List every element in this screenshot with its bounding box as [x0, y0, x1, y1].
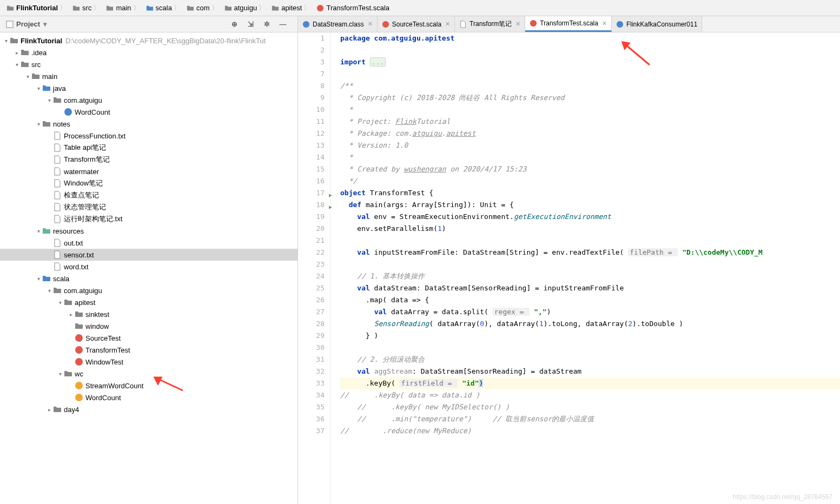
tree-file[interactable]: Window笔记 [0, 177, 297, 189]
code-area[interactable]: package com.atguigu.apitest import ... /… [330, 32, 840, 504]
gutter: 1237891011121314151617▶18▶19202122232425… [298, 32, 330, 504]
tree-root[interactable]: ▾FlinkTutorialD:\codeMy\CODY_MY_AFTER_KE… [0, 35, 297, 47]
tab-sourcetest[interactable]: SourceTest.scala✕ [378, 16, 455, 32]
tree-windowtest[interactable]: WindowTest [0, 356, 297, 368]
crumb[interactable]: atguigu〉 [222, 3, 270, 13]
expand-icon[interactable]: ⇲ [246, 19, 255, 29]
project-tree[interactable]: ▾FlinkTutorialD:\codeMy\CODY_MY_AFTER_KE… [0, 32, 298, 504]
tree-day4[interactable]: ▸day4 [0, 403, 297, 415]
tree-file[interactable]: 检查点笔记 [0, 189, 297, 201]
project-tool-window-header[interactable]: Project▾ ⊕ ⇲ ✲ — [0, 16, 298, 32]
tree-file[interactable]: watermater [0, 165, 297, 177]
toolbar-row: Project▾ ⊕ ⇲ ✲ — DataStream.class✕ Sourc… [0, 16, 840, 32]
crumb-root[interactable]: FlinkTutorial〉 [4, 3, 70, 13]
tree-main[interactable]: ▾main [0, 70, 297, 82]
crumb[interactable]: scala〉 [144, 3, 184, 13]
crumb[interactable]: main〉 [104, 3, 143, 13]
tree-wc[interactable]: ▾wc [0, 368, 297, 380]
tree-notes[interactable]: ▾notes [0, 118, 297, 130]
tree-file[interactable]: Transform笔记 [0, 154, 297, 165]
close-icon[interactable]: ✕ [445, 21, 450, 28]
tree-src[interactable]: ▾src [0, 58, 297, 70]
svg-rect-1 [6, 21, 13, 28]
tree-file[interactable]: ProcessFunction.txt [0, 130, 297, 142]
crumb[interactable]: com〉 [184, 3, 222, 13]
tree-file-sensor[interactable]: sensor.txt [0, 249, 297, 261]
tree-sourcetest[interactable]: SourceTest [0, 332, 297, 344]
close-icon[interactable]: ✕ [368, 21, 373, 28]
tree-file[interactable]: word.txt [0, 261, 297, 273]
tab-flinkkafka[interactable]: FlinkKafkaConsumer011 [612, 16, 702, 32]
tree-file[interactable]: 状态管理笔记 [0, 201, 297, 213]
locate-icon[interactable]: ⊕ [229, 19, 239, 29]
tree-streamwc[interactable]: StreamWordCount [0, 380, 297, 392]
editor-tabs: DataStream.class✕ SourceTest.scala✕ Tran… [298, 16, 840, 32]
tree-file[interactable]: Table api笔记 [0, 142, 297, 154]
tree-wordcount[interactable]: WordCount [0, 106, 297, 118]
tree-file[interactable]: out.txt [0, 237, 297, 249]
tab-transformtest[interactable]: TransformTest.scala✕ [525, 16, 612, 32]
tree-java[interactable]: ▾java [0, 82, 297, 94]
hide-icon[interactable]: — [278, 19, 288, 29]
tree-java-pkg[interactable]: ▾com.atguigu [0, 94, 297, 106]
code-editor[interactable]: 1237891011121314151617▶18▶19202122232425… [298, 32, 840, 504]
tree-apitest[interactable]: ▾apitest [0, 296, 297, 308]
main-split: ▾FlinkTutorialD:\codeMy\CODY_MY_AFTER_KE… [0, 32, 840, 504]
tab-transform-note[interactable]: Transform笔记✕ [455, 16, 525, 32]
breadcrumbs: FlinkTutorial〉 src〉 main〉 scala〉 com〉 at… [0, 0, 840, 16]
settings-icon[interactable]: ✲ [262, 19, 272, 29]
tree-scala-pkg[interactable]: ▾com.atguigu [0, 284, 297, 296]
close-icon[interactable]: ✕ [515, 21, 520, 28]
crumb[interactable]: apitest〉 [269, 3, 314, 13]
crumb[interactable]: src〉 [70, 3, 104, 13]
tree-wc-obj[interactable]: WordCount [0, 392, 297, 403]
close-icon[interactable]: ✕ [602, 20, 607, 27]
tree-file[interactable]: 运行时架构笔记.txt [0, 213, 297, 225]
tree-sinktest[interactable]: ▸sinktest [0, 308, 297, 320]
crumb-file[interactable]: TransformTest.scala [314, 4, 392, 12]
tree-scala[interactable]: ▾scala [0, 273, 297, 284]
tree-resources[interactable]: ▾resources [0, 225, 297, 237]
tab-datastream[interactable]: DataStream.class✕ [298, 16, 378, 32]
watermark: https://blog.csdn.net/qq_28764557 [733, 493, 832, 501]
tree-idea[interactable]: ▸.idea [0, 47, 297, 58]
tree-transformtest[interactable]: TransformTest [0, 344, 297, 356]
tree-window[interactable]: window [0, 320, 297, 332]
